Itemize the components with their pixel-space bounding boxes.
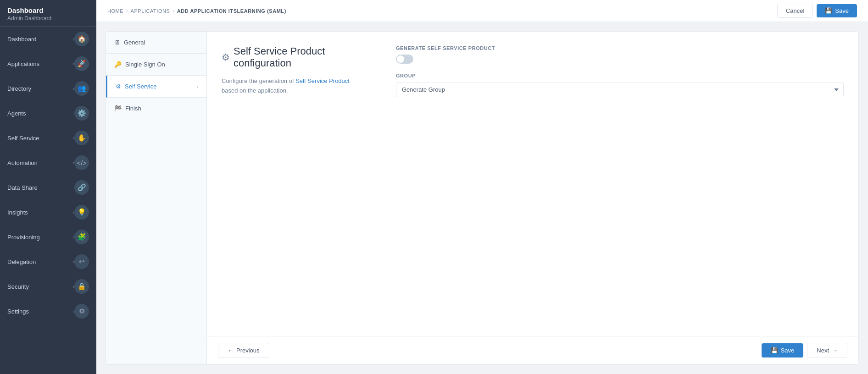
wizard-left-panel: ⚙ Self Service Product configuration Con… (207, 32, 381, 336)
self-service-product-link[interactable]: Self Service Product (295, 77, 350, 84)
finish-step-label: Finish (125, 105, 141, 112)
toggle-row (396, 55, 844, 64)
sidebar-item-label: Provisioning (7, 234, 72, 241)
section-title: ⚙ Self Service Product configuration (222, 45, 366, 69)
section-gear-icon: ⚙ (222, 52, 230, 63)
breadcrumb-sep-1: › (126, 8, 128, 13)
breadcrumb-applications[interactable]: APPLICATIONS (131, 8, 170, 14)
sidebar-item-directory[interactable]: Directory ‹ 👥 (0, 76, 96, 101)
wizard-right-panel: GENERATE SELF SERVICE PRODUCT GROUP Gene… (381, 32, 858, 336)
applications-icon: 🚀 (74, 56, 89, 71)
self-service-step-label: Self Service (125, 83, 156, 90)
wizard-body: ⚙ Self Service Product configuration Con… (207, 32, 858, 336)
wizard-step-general[interactable]: 🖥 General (106, 32, 206, 54)
sidebar-item-label: Security (7, 283, 72, 290)
sidebar-item-label: Dashboard (7, 36, 72, 43)
generate-product-field: GENERATE SELF SERVICE PRODUCT (396, 45, 844, 64)
sidebar-item-automation[interactable]: Automation ‹ </> (0, 150, 96, 175)
group-label: GROUP (396, 73, 844, 78)
topbar-actions: Cancel 💾 Save (777, 4, 857, 18)
main-content: HOME › APPLICATIONS › ADD APPLICATION IT… (96, 0, 868, 374)
save-icon: 💾 (825, 7, 832, 14)
save-button-top[interactable]: 💾 Save (817, 4, 857, 17)
wizard-content: ⚙ Self Service Product configuration Con… (207, 32, 858, 364)
sidebar-nav: Dashboard ‹ 🏠 Applications ‹ 🚀 Directory… (0, 27, 96, 374)
sidebar-item-dashboard[interactable]: Dashboard ‹ 🏠 (0, 27, 96, 51)
breadcrumb-current: ADD APPLICATION ITSLEARNING (SAML) (177, 8, 286, 14)
security-icon: 🔒 (74, 279, 89, 294)
sidebar-item-agents[interactable]: Agents ⚙️ (0, 101, 96, 126)
topbar: HOME › APPLICATIONS › ADD APPLICATION IT… (96, 0, 868, 22)
sidebar-item-label: Applications (7, 60, 72, 67)
cancel-button[interactable]: Cancel (777, 4, 813, 18)
directory-icon: 👥 (74, 81, 89, 96)
sidebar-item-provisioning[interactable]: Provisioning ‹ 🧩 (0, 225, 96, 249)
previous-button[interactable]: ← Previous (218, 343, 269, 358)
self-service-icon: ✋ (74, 131, 89, 145)
sidebar-item-security[interactable]: Security ‹ 🔒 (0, 274, 96, 299)
general-step-label: General (124, 39, 145, 46)
sidebar-item-delegation[interactable]: Delegation ‹ ↩ (0, 249, 96, 274)
footer-save-icon: 💾 (771, 347, 778, 354)
sidebar-item-self-service[interactable]: Self Service ‹ ✋ (0, 126, 96, 150)
self-service-step-icon: ⚙ (116, 83, 121, 90)
footer-right-actions: 💾 Save Next → (762, 343, 847, 358)
group-select[interactable]: Generate Group Option 1 Option 2 (396, 82, 844, 97)
step-chevron-icon: › (196, 84, 198, 89)
section-description: Configure the generation of Self Service… (222, 77, 366, 96)
sidebar-item-label: Insights (7, 209, 72, 216)
sidebar-item-label: Automation (7, 160, 72, 166)
previous-arrow-icon: ← (228, 347, 234, 354)
breadcrumb-sep-2: › (172, 8, 174, 13)
sidebar-title: Dashboard (7, 6, 89, 14)
sidebar-item-label: Agents (7, 110, 74, 117)
save-button-footer[interactable]: 💾 Save (762, 343, 804, 358)
agents-icon: ⚙️ (74, 106, 89, 121)
next-button[interactable]: Next → (807, 343, 847, 358)
next-arrow-icon: → (832, 347, 838, 354)
wizard-footer: ← Previous 💾 Save Next → (207, 336, 858, 364)
settings-icon: ⚙ (74, 304, 89, 319)
sidebar-item-settings[interactable]: Settings ‹ ⚙ (0, 299, 96, 324)
sidebar-item-label: Data Share (7, 184, 74, 191)
breadcrumb-home[interactable]: HOME (107, 8, 123, 14)
wizard-sidebar: 🖥 General 🔑 Single Sign On ⚙ Self Servic… (106, 32, 207, 364)
breadcrumb: HOME › APPLICATIONS › ADD APPLICATION IT… (107, 8, 286, 14)
sso-step-icon: 🔑 (114, 61, 122, 68)
wizard-step-self-service[interactable]: ⚙ Self Service › (106, 76, 206, 98)
wizard-step-sso[interactable]: 🔑 Single Sign On (106, 54, 206, 76)
group-field: GROUP Generate Group Option 1 Option 2 (396, 73, 844, 97)
sidebar-header: Dashboard Admin Dashboard (0, 0, 96, 27)
sso-step-label: Single Sign On (125, 61, 165, 68)
sidebar: Dashboard Admin Dashboard Dashboard ‹ 🏠 … (0, 0, 96, 374)
generate-product-toggle[interactable] (396, 55, 413, 64)
wizard-container: 🖥 General 🔑 Single Sign On ⚙ Self Servic… (106, 31, 859, 365)
sidebar-item-insights[interactable]: Insights ‹ 💡 (0, 200, 96, 225)
sidebar-item-label: Self Service (7, 135, 72, 142)
automation-icon: </> (74, 155, 89, 170)
content-area: 🖥 General 🔑 Single Sign On ⚙ Self Servic… (96, 22, 868, 374)
dashboard-icon: 🏠 (74, 32, 89, 46)
sidebar-item-applications[interactable]: Applications ‹ 🚀 (0, 51, 96, 76)
finish-step-icon: 🏁 (114, 105, 122, 112)
sidebar-item-label: Delegation (7, 258, 72, 265)
general-step-icon: 🖥 (114, 39, 120, 46)
delegation-icon: ↩ (74, 254, 89, 269)
insights-icon: 💡 (74, 205, 89, 220)
generate-product-label: GENERATE SELF SERVICE PRODUCT (396, 45, 844, 51)
sidebar-item-label: Settings (7, 308, 72, 315)
data-share-icon: 🔗 (74, 180, 89, 195)
wizard-step-finish[interactable]: 🏁 Finish (106, 98, 206, 119)
sidebar-item-data-share[interactable]: Data Share 🔗 (0, 175, 96, 200)
sidebar-subtitle: Admin Dashboard (7, 15, 89, 22)
sidebar-item-label: Directory (7, 85, 72, 92)
provisioning-icon: 🧩 (74, 230, 89, 244)
